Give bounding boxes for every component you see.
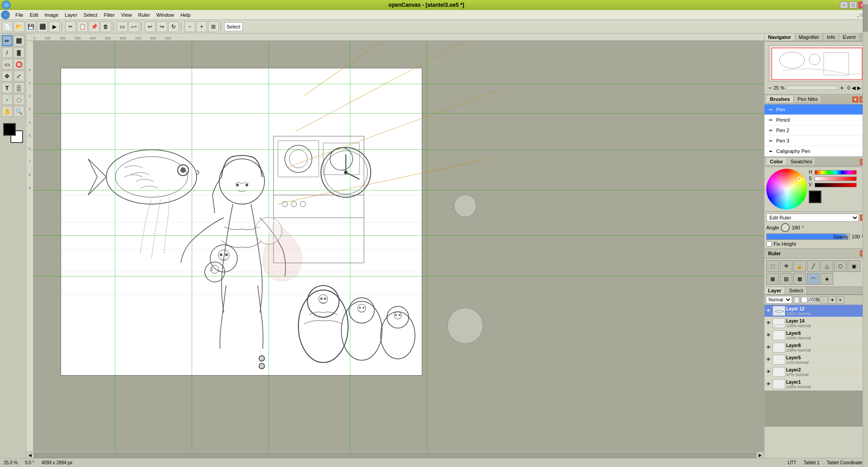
select-none-btn[interactable]: ▭+ [128, 21, 139, 32]
ruler-tool-lock[interactable]: 🔒 [793, 260, 806, 272]
eraser-tool-btn[interactable]: ⬛ [14, 35, 24, 46]
ruler-tool-custom[interactable]: ◈ [821, 273, 833, 285]
color-preview-box[interactable] [809, 191, 821, 203]
brush-pen3[interactable]: ✏ Pen 3 [764, 136, 868, 146]
tab-layer[interactable]: Layer [764, 287, 785, 294]
lasso-select-btn[interactable]: ⭕ [14, 59, 24, 70]
ruler-tool-line1[interactable]: ╱ [807, 260, 820, 272]
zoom-in-btn[interactable]: + [196, 21, 207, 32]
layer-item-14[interactable]: 👁 Layer 14 100% Normal [764, 317, 868, 329]
zoom-tool-btn[interactable]: 🔍 [14, 106, 24, 117]
menu-select[interactable]: Select [81, 11, 100, 19]
zoom-fit-btn[interactable]: ⊞ [208, 21, 219, 32]
opacity-bar[interactable]: Opacity [766, 234, 850, 240]
new-file-btn[interactable]: 📄 [2, 21, 13, 32]
layer-1-eye-icon[interactable]: 👁 [766, 381, 772, 387]
tab-brushes[interactable]: Brushes [766, 95, 794, 103]
brush-pencil[interactable]: ✏ Pencil [764, 115, 868, 125]
s-bar[interactable] [815, 176, 857, 181]
nav-zoom-minus[interactable]: − [768, 84, 772, 91]
layer-item-12[interactable]: 👁 Layer 12 100% Normal [764, 305, 868, 317]
minimize-button[interactable]: − [840, 1, 848, 9]
brushes-options-btn[interactable]: ▼ [852, 96, 859, 103]
nav-zoom-slider[interactable] [786, 86, 838, 90]
ruler-tool-hex[interactable]: ⬡ [834, 260, 847, 272]
tab-swatches[interactable]: Swatches [787, 158, 816, 165]
angle-dial[interactable] [781, 223, 790, 232]
tab-navigator[interactable]: Navigator [764, 33, 795, 41]
ruler-tool-persp[interactable]: ▣ [848, 260, 860, 272]
panel-minimize[interactable]: _ [857, 13, 859, 17]
layer-item-2[interactable]: 👁 Layer2 47% Normal 🔒 [764, 366, 868, 378]
ruler-control-point2[interactable] [259, 363, 265, 369]
layer-item-1[interactable]: 👁 Layer1 100% Normal [764, 378, 868, 391]
ruler-handle-2[interactable] [447, 308, 483, 344]
layer-option-btn[interactable]: ▼ [829, 296, 836, 304]
ruler-tool-clear[interactable]: ⬚ [766, 260, 779, 272]
layer-12-eye-icon[interactable]: 👁 [766, 308, 772, 314]
tab-info[interactable]: Info [823, 33, 839, 41]
layer-more-btn[interactable]: ⋮ [821, 296, 828, 304]
clear-btn[interactable]: 🗑 [100, 21, 111, 32]
nav-rotation-arrow2[interactable]: ▶ [857, 85, 861, 91]
tab-color[interactable]: Color [766, 158, 787, 165]
undo-btn[interactable]: ↩ [145, 21, 156, 32]
layer-blend-mode[interactable]: Normal Multiply Screen [766, 296, 792, 304]
pen-tool-btn[interactable]: ✏ [2, 35, 13, 46]
redo2-btn[interactable]: ↻ [168, 21, 179, 32]
scroll-right-btn[interactable]: ▶ [757, 453, 763, 457]
menu-filter[interactable]: Filter [101, 11, 117, 19]
menu-help[interactable]: Help [178, 11, 193, 19]
menu-layer[interactable]: Layer [62, 11, 80, 19]
color-wheel-cursor[interactable] [797, 177, 801, 181]
cut-btn[interactable]: ✂ [65, 21, 76, 32]
v-bar[interactable] [815, 183, 857, 187]
maximize-button[interactable]: □ [849, 1, 857, 9]
export-btn[interactable]: ▶ [49, 21, 60, 32]
text-tool-btn[interactable]: T [2, 82, 13, 93]
save-as-btn[interactable]: ⬛ [37, 21, 48, 32]
menu-view[interactable]: View [118, 11, 135, 19]
layer-new-btn[interactable]: 📄 [793, 296, 800, 304]
layer-6-eye-icon[interactable]: 👁 [766, 333, 772, 338]
ruler-tool-eye[interactable]: 👁 [780, 260, 793, 272]
eyedropper-btn[interactable]: 💉 [2, 94, 13, 105]
layer-item-6[interactable]: 👁 Layer6 100% Normal [764, 329, 868, 342]
line-tool-btn[interactable]: / [2, 47, 13, 58]
layer-8-eye-icon[interactable]: 👁 [766, 345, 772, 350]
menu-edit[interactable]: Edit [27, 11, 41, 19]
ruler-tool-arc[interactable]: ◠ [807, 273, 820, 285]
blur-tool-btn[interactable]: ◌ [14, 94, 24, 105]
brush-pen2[interactable]: ✏ Pen 2 [764, 125, 868, 136]
nav-zoom-plus[interactable]: + [840, 84, 844, 91]
menu-ruler[interactable]: Ruler [136, 11, 153, 19]
ruler-tool-g3[interactable]: ▩ [793, 273, 806, 285]
layer-vscrollbar[interactable] [863, 287, 868, 458]
zoom-out-btn[interactable]: − [184, 21, 195, 32]
hscroll-thumb[interactable] [34, 453, 756, 458]
gradient-tool-btn[interactable]: ▒ [14, 82, 24, 93]
brush-pen[interactable]: ✏ Pen [764, 105, 868, 115]
ruler-tool-g1[interactable]: ▦ [766, 273, 779, 285]
ruler-mode-select[interactable]: Edit Ruler [766, 214, 859, 222]
hscrollbar[interactable]: ◀ ▶ [26, 452, 764, 458]
open-btn[interactable]: 📂 [14, 21, 24, 32]
paste-btn[interactable]: 📌 [89, 21, 99, 32]
sketch-canvas[interactable]: 3 [61, 68, 422, 376]
copy-btn[interactable]: 📋 [77, 21, 88, 32]
nav-rotation-arrow1[interactable]: ◀ [852, 85, 855, 91]
fill-tool-btn[interactable]: ▓ [14, 47, 24, 58]
redo-btn[interactable]: ↪ [156, 21, 167, 32]
save-btn[interactable]: 💾 [25, 21, 36, 32]
color-wheel[interactable] [766, 169, 807, 210]
tab-magnifier[interactable]: Magnifier [795, 33, 823, 41]
tab-select[interactable]: Select [785, 287, 807, 294]
ruler-tool-triangle[interactable]: △ [821, 260, 833, 272]
fg-color-swatch[interactable] [3, 123, 16, 136]
menu-file[interactable]: File [13, 11, 26, 19]
layer-14-eye-icon[interactable]: 👁 [766, 320, 772, 326]
hand-tool-btn[interactable]: ✋ [2, 106, 13, 117]
tab-event[interactable]: Event [839, 33, 859, 41]
transform-btn[interactable]: ⤢ [14, 71, 24, 81]
select-rect-tb-btn[interactable]: ▭ [117, 21, 127, 32]
